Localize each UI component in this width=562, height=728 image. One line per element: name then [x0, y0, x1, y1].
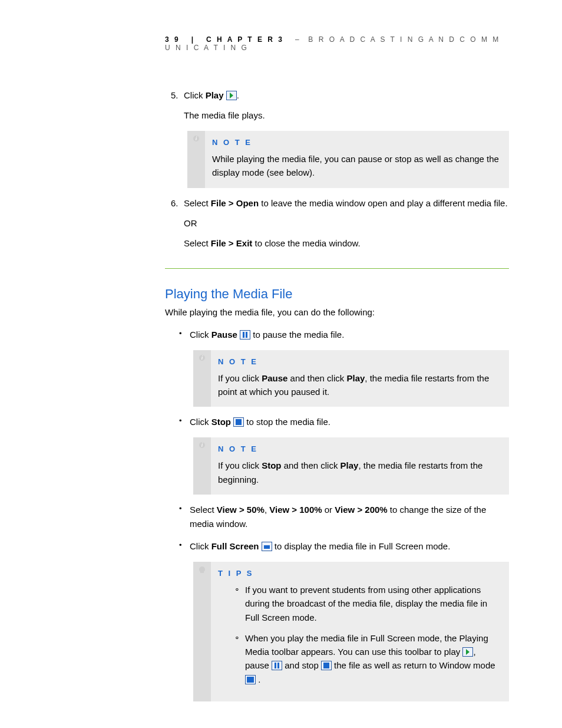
- step-trailing: .: [237, 90, 239, 100]
- callout-body: T I P S If you want to prevent students …: [211, 562, 509, 701]
- bullet-prefix: Click: [190, 417, 211, 427]
- play-icon: [462, 647, 473, 657]
- note-mid: and then click: [287, 373, 346, 383]
- tip-post: .: [256, 674, 260, 684]
- tip-pre: When you play the media file in Full Scr…: [245, 633, 488, 657]
- note-callout: N O T E If you click Stop and then click…: [193, 437, 509, 495]
- step-text-suffix: to leave the media window open and play …: [259, 198, 508, 208]
- stop-icon: [321, 661, 332, 670]
- step-or: OR: [184, 216, 509, 230]
- bullet-view-size: Select View > 50%, View > 100% or View >…: [179, 503, 509, 531]
- tip-icon: [199, 566, 205, 572]
- step-text-prefix: Select: [184, 198, 211, 208]
- bullet-list: Click Pause to pause the media file. N O…: [179, 328, 509, 701]
- step-5: 5. Click Play . The media file plays. N …: [171, 88, 509, 188]
- note-callout: N O T E If you click Pause and then clic…: [193, 350, 509, 407]
- tips-callout: T I P S If you want to prevent students …: [193, 562, 509, 701]
- info-icon: [193, 136, 199, 141]
- bullet-bold: Pause: [211, 330, 237, 340]
- pause-icon: [240, 330, 250, 340]
- info-icon: [199, 355, 205, 361]
- callout-body: N O T E If you click Pause and then clic…: [211, 350, 509, 407]
- step-alt-bold: File > Exit: [211, 238, 252, 248]
- tips-label: T I P S: [218, 568, 500, 579]
- step-alt-suffix: to close the media window.: [252, 238, 360, 248]
- bullet-suffix: to pause the media file.: [250, 330, 344, 340]
- step-list: 5. Click Play . The media file plays. N …: [171, 88, 509, 251]
- bullet-fullscreen: Click Full Screen to display the media f…: [179, 539, 509, 701]
- bullet-bold: Full Screen: [211, 541, 259, 551]
- step-6: 6. Select File > Open to leave the media…: [171, 196, 509, 251]
- stop-icon: [233, 417, 244, 427]
- callout-body: N O T E While playing the media file, yo…: [205, 131, 509, 188]
- bullet-sep1: ,: [265, 505, 269, 515]
- chapter-dash: –: [295, 35, 301, 44]
- note-bold1: Stop: [262, 460, 281, 470]
- step-bold: Play: [206, 90, 224, 100]
- window-icon: [245, 675, 256, 684]
- document-page: 3 9 | C H A P T E R 3 – B R O A D C A S …: [0, 0, 562, 728]
- play-icon: [226, 91, 237, 100]
- tip-mid3: the file as well as return to Window mod…: [332, 660, 495, 670]
- note-label: N O T E: [218, 443, 500, 455]
- note-callout: N O T E While playing the media file, yo…: [187, 131, 509, 188]
- bullet-bold1: View > 50%: [217, 505, 265, 515]
- step-text-prefix: Click: [184, 90, 206, 100]
- pause-icon: [272, 661, 282, 670]
- note-text: While playing the media file, you can pa…: [212, 152, 500, 180]
- note-label: N O T E: [218, 356, 500, 368]
- callout-stripe: [193, 350, 211, 407]
- fullscreen-icon: [262, 542, 272, 551]
- bullet-bold: Stop: [211, 417, 231, 427]
- page-header: 3 9 | C H A P T E R 3 – B R O A D C A S …: [165, 35, 509, 52]
- note-text: If you click Stop and then click Play, t…: [218, 459, 500, 486]
- callout-stripe: [187, 131, 205, 188]
- note-bold2: Play: [340, 460, 359, 470]
- bullet-bold3: View > 200%: [335, 505, 387, 515]
- section-intro: While playing the media file, you can do…: [165, 305, 509, 319]
- header-separator: |: [191, 35, 195, 44]
- bullet-stop: Click Stop to stop the media file. N O T…: [179, 415, 509, 495]
- step-number: 5.: [171, 88, 178, 103]
- bullet-prefix: Select: [190, 505, 217, 515]
- tip-2: When you play the media file in Full Scr…: [234, 631, 500, 686]
- note-pre: If you click: [218, 373, 262, 383]
- bullet-suffix: to display the media file in Full Screen…: [272, 541, 451, 551]
- callout-stripe: [193, 437, 211, 495]
- bullet-prefix: Click: [190, 541, 211, 551]
- page-content: 5. Click Play . The media file plays. N …: [53, 88, 509, 701]
- section-divider: [165, 268, 509, 269]
- step-bold: File > Open: [211, 198, 259, 208]
- info-icon: [199, 442, 205, 448]
- tip-mid2: and stop: [282, 660, 321, 670]
- callout-stripe: [193, 562, 211, 701]
- bullet-suffix: to stop the media file.: [244, 417, 330, 427]
- callout-body: N O T E If you click Stop and then click…: [211, 437, 509, 495]
- note-label: N O T E: [212, 137, 500, 149]
- note-mid: and then click: [282, 460, 340, 470]
- bullet-bold2: View > 100%: [269, 505, 322, 515]
- note-bold2: Play: [346, 373, 365, 383]
- step-alt-prefix: Select: [184, 238, 211, 248]
- tip-1: If you want to prevent students from usi…: [234, 583, 500, 624]
- bullet-pause: Click Pause to pause the media file. N O…: [179, 328, 509, 407]
- step-number: 6.: [171, 196, 178, 210]
- section-heading: Playing the Media File: [165, 286, 509, 302]
- bullet-sep2: or: [322, 505, 335, 515]
- page-number: 3 9: [165, 35, 180, 44]
- chapter-label: C H A P T E R 3: [206, 35, 284, 44]
- tips-list: If you want to prevent students from usi…: [234, 583, 500, 686]
- note-pre: If you click: [218, 460, 262, 470]
- step-result: The media file plays.: [184, 108, 509, 123]
- step-alt: Select File > Exit to close the media wi…: [184, 236, 509, 251]
- note-bold1: Pause: [262, 373, 287, 383]
- note-text: If you click Pause and then click Play, …: [218, 371, 500, 399]
- bullet-prefix: Click: [190, 330, 211, 340]
